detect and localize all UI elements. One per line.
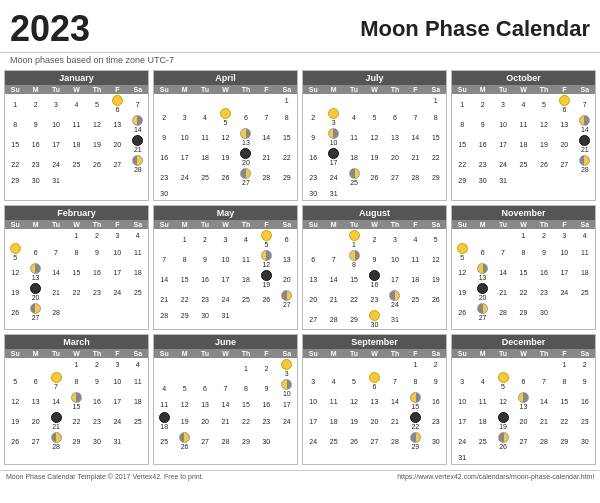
dow-label: M [323, 85, 343, 94]
empty-day [534, 358, 554, 371]
dow-label: F [256, 349, 276, 358]
day-number: 18 [134, 269, 142, 276]
day-cell: 18 [128, 262, 148, 282]
day-cell: 4 [472, 371, 492, 391]
day-number: 9 [373, 256, 377, 263]
day-number: 5 [373, 114, 377, 121]
day-cell: 19 [215, 147, 235, 167]
day-cell: 11 [344, 127, 364, 147]
day-number: 14 [134, 126, 142, 133]
day-number: 21 [52, 423, 60, 430]
day-cell: 18 [236, 269, 256, 289]
day-cell: 21 [256, 147, 276, 167]
day-number: 31 [499, 177, 507, 184]
day-number: 29 [181, 312, 189, 319]
day-number: 16 [93, 269, 101, 276]
month-block-march: MarchSuMTuWThFSa123456789101112131415161… [4, 334, 149, 465]
day-cell: 27 [107, 154, 127, 174]
empty-day [46, 358, 66, 371]
day-number: 17 [458, 418, 466, 425]
day-number: 19 [458, 289, 466, 296]
day-number: 9 [311, 134, 315, 141]
day-cell: 3 [385, 229, 405, 249]
month-block-april: AprilSuMTuWThFSa123456789101112131415161… [153, 70, 298, 201]
day-number: 11 [242, 256, 250, 263]
dow-label: F [256, 220, 276, 229]
day-number: 10 [560, 249, 568, 256]
moon-phase-icon [132, 115, 143, 126]
empty-day [303, 229, 323, 249]
day-number: 23 [309, 174, 317, 181]
day-cell: 13 [25, 391, 45, 411]
day-number: 18 [201, 154, 209, 161]
day-number: 5 [183, 385, 187, 392]
day-cell: 11 [66, 114, 86, 134]
day-cell: 12 [215, 127, 235, 147]
day-cell: 15 [66, 391, 86, 411]
month-block-august: AugustSuMTuWThFSa12345678910111213141516… [302, 205, 447, 330]
dow-label: Sa [575, 220, 595, 229]
day-number: 19 [181, 418, 189, 425]
day-cell: 14 [256, 127, 276, 147]
day-cell: 29 [452, 174, 472, 187]
day-cell: 6 [385, 107, 405, 127]
day-number: 28 [330, 316, 338, 323]
day-cell: 17 [493, 134, 513, 154]
month-name: December [452, 335, 595, 349]
month-name: January [5, 71, 148, 85]
dow-label: Sa [575, 85, 595, 94]
days-grid: 1234567891011121314151617181920212223242… [452, 94, 595, 187]
day-cell: 6 [277, 229, 297, 249]
dow-label: Th [385, 85, 405, 94]
day-number: 14 [499, 269, 507, 276]
day-cell: 11 [575, 242, 595, 262]
day-number: 25 [520, 161, 528, 168]
moon-phase-icon [369, 270, 380, 281]
day-cell: 17 [107, 262, 127, 282]
day-cell: 23 [534, 282, 554, 302]
dow-label: F [554, 85, 574, 94]
day-cell: 20 [513, 411, 533, 431]
empty-day [364, 94, 384, 107]
moon-phase-icon [389, 290, 400, 301]
day-number: 22 [350, 296, 358, 303]
day-cell: 1 [66, 229, 86, 242]
day-cell: 3 [215, 229, 235, 249]
day-number: 28 [134, 166, 142, 173]
day-cell: 30 [364, 309, 384, 329]
day-cell: 15 [174, 269, 194, 289]
day-number: 25 [242, 296, 250, 303]
day-cell: 25 [236, 289, 256, 309]
day-cell: 25 [513, 154, 533, 174]
day-number: 6 [34, 378, 38, 385]
day-cell: 5 [364, 107, 384, 127]
day-cell: 28 [128, 154, 148, 174]
day-number: 15 [350, 276, 358, 283]
day-cell: 2 [154, 107, 174, 127]
day-number: 10 [458, 398, 466, 405]
day-number: 4 [136, 232, 140, 239]
day-number: 23 [262, 418, 270, 425]
day-number: 23 [540, 289, 548, 296]
day-cell: 24 [493, 154, 513, 174]
day-cell: 21 [534, 411, 554, 431]
day-cell: 7 [46, 242, 66, 262]
day-cell: 23 [364, 289, 384, 309]
day-cell: 20 [385, 147, 405, 167]
day-number: 11 [134, 249, 142, 256]
empty-day [154, 94, 174, 107]
day-number: 10 [309, 398, 317, 405]
day-number: 31 [458, 454, 466, 461]
dow-label: Sa [277, 85, 297, 94]
day-number: 13 [309, 276, 317, 283]
day-number: 14 [52, 398, 60, 405]
day-cell: 24 [277, 411, 297, 431]
day-cell: 6 [472, 242, 492, 262]
day-cell: 23 [303, 167, 323, 187]
day-number: 2 [95, 232, 99, 239]
day-number: 14 [411, 134, 419, 141]
empty-day [154, 358, 174, 378]
day-cell: 20 [25, 282, 45, 302]
day-cell: 4 [154, 378, 174, 398]
day-number: 3 [501, 101, 505, 108]
